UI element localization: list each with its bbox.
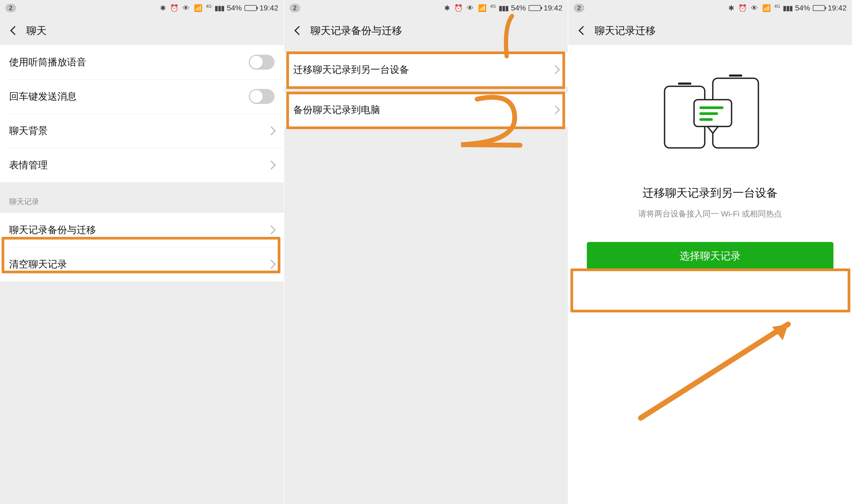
status-icons: ✱ ⏰ 👁 📶	[160, 4, 203, 12]
migrate-headline: 迁移聊天记录到另一台设备	[568, 185, 852, 200]
notif-count-badge: 2	[574, 4, 584, 12]
page-title: 聊天	[26, 24, 47, 37]
notif-count-badge: 2	[289, 4, 300, 12]
chevron-right-icon	[551, 105, 560, 114]
battery-percent: 54%	[511, 4, 526, 12]
row-earpiece-playback[interactable]: 使用听筒播放语音	[0, 45, 284, 79]
row-label: 清空聊天记录	[9, 258, 268, 271]
chevron-right-icon	[267, 259, 276, 269]
page-title: 聊天记录备份与迁移	[310, 24, 402, 37]
status-bar: 2 ✱ ⏰ 👁 📶 4G ▮▮▮ 54% 19:42	[0, 0, 284, 16]
svg-rect-3	[729, 74, 742, 77]
chevron-left-icon	[579, 26, 588, 35]
header: 聊天	[0, 16, 284, 45]
migrate-illustration	[568, 68, 852, 153]
chevron-right-icon	[267, 161, 276, 169]
select-chat-history-button[interactable]: 选择聊天记录	[587, 242, 833, 270]
row-sticker-management[interactable]: 表情管理	[0, 148, 284, 182]
chevron-right-icon	[267, 126, 276, 135]
chevron-right-icon	[551, 65, 560, 74]
clock: 19:42	[544, 4, 563, 12]
battery-percent: 54%	[227, 4, 242, 12]
network-4g-icon: 4G	[490, 4, 496, 9]
notif-count-badge: 2	[5, 4, 16, 12]
battery-icon	[529, 5, 541, 11]
back-button[interactable]	[576, 24, 590, 37]
status-icons: ✱ ⏰ 👁 📶	[728, 4, 772, 12]
battery-percent: 54%	[795, 4, 810, 12]
clock: 19:42	[260, 4, 278, 12]
network-4g-icon: 4G	[206, 4, 212, 9]
chevron-left-icon	[294, 26, 303, 35]
signal-icon: ▮▮▮	[783, 4, 793, 12]
migrate-subtext: 请将两台设备接入同一 Wi-Fi 或相同热点	[568, 209, 852, 219]
battery-icon	[245, 5, 257, 11]
clock: 19:42	[828, 4, 847, 12]
row-label: 聊天背景	[9, 124, 268, 138]
chevron-left-icon	[10, 26, 19, 35]
status-bar: 2 ✱ ⏰ 👁 📶 4G ▮▮▮ 54% 19:42	[568, 0, 852, 16]
row-label: 备份聊天记录到电脑	[293, 104, 552, 116]
battery-icon	[813, 5, 825, 11]
toggle-enter-send[interactable]	[249, 89, 274, 104]
section-header-history: 聊天记录	[0, 182, 284, 213]
row-clear-history[interactable]: 清空聊天记录	[0, 247, 284, 281]
svg-rect-1	[678, 83, 691, 85]
header: 聊天记录备份与迁移	[284, 16, 568, 45]
row-label: 使用听筒播放语音	[9, 56, 249, 69]
chevron-right-icon	[267, 226, 276, 234]
row-backup-to-pc[interactable]: 备份聊天记录到电脑	[284, 93, 568, 127]
network-4g-icon: 4G	[775, 4, 780, 9]
status-bar: 2 ✱ ⏰ 👁 📶 4G ▮▮▮ 54% 19:42	[284, 0, 568, 16]
row-migrate-to-device[interactable]: 迁移聊天记录到另一台设备	[284, 53, 568, 87]
row-label: 回车键发送消息	[9, 90, 249, 103]
header: 聊天记录迁移	[568, 16, 852, 45]
row-chat-background[interactable]: 聊天背景	[0, 114, 284, 148]
screen-chat-settings: 2 ✱ ⏰ 👁 📶 4G ▮▮▮ 54% 19:42 聊天 使用听筒播放语音 回…	[0, 0, 284, 504]
row-label: 聊天记录备份与迁移	[9, 223, 268, 237]
screen-migrate: 2 ✱ ⏰ 👁 📶 4G ▮▮▮ 54% 19:42 聊天记录迁移	[568, 0, 852, 504]
row-enter-to-send[interactable]: 回车键发送消息	[0, 79, 284, 114]
page-title: 聊天记录迁移	[594, 24, 656, 37]
row-backup-migrate[interactable]: 聊天记录备份与迁移	[0, 213, 284, 247]
status-icons: ✱ ⏰ 👁 📶	[444, 4, 487, 12]
back-button[interactable]	[292, 24, 306, 37]
signal-icon: ▮▮▮	[214, 4, 224, 12]
row-label: 迁移聊天记录到另一台设备	[293, 63, 552, 76]
toggle-earpiece[interactable]	[249, 55, 274, 70]
screen-backup-migrate: 2 ✱ ⏰ 👁 📶 4G ▮▮▮ 54% 19:42 聊天记录备份与迁移 迁移聊…	[284, 0, 568, 504]
back-button[interactable]	[8, 24, 21, 37]
row-label: 表情管理	[9, 159, 268, 172]
signal-icon: ▮▮▮	[499, 4, 508, 12]
